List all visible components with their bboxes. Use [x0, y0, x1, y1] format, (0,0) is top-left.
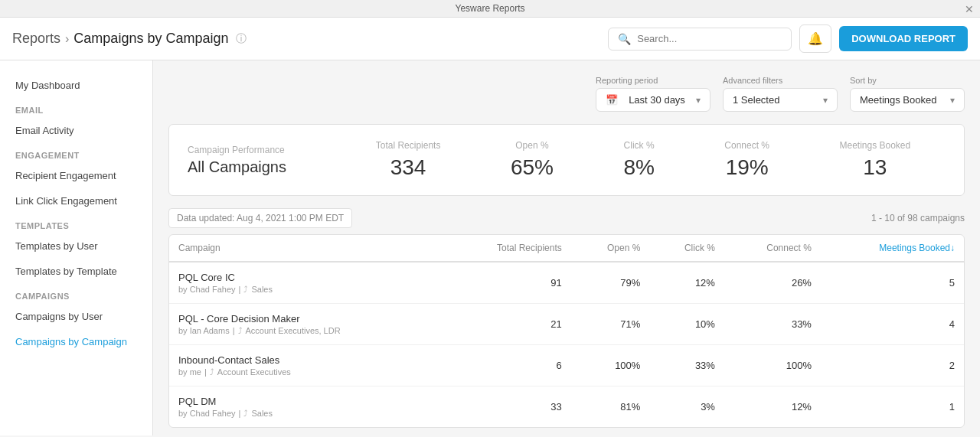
campaigns-table: Campaign Total Recipients Open % Click %… — [168, 234, 965, 428]
reporting-period-select[interactable]: 📅 Last 30 days ▾ — [596, 88, 710, 112]
campaign-team: Account Executives — [217, 367, 291, 377]
info-icon: ⓘ — [236, 32, 247, 46]
campaign-title[interactable]: PQL Core IC — [178, 272, 435, 283]
meetings-booked-cell: 2 — [821, 345, 964, 386]
campaign-title[interactable]: PQL DM — [178, 396, 435, 407]
campaign-author: by Chad Fahey — [178, 409, 236, 418]
summary-card: Campaign Performance All Campaigns Total… — [168, 124, 965, 196]
share-icon: ⤴ — [238, 326, 243, 335]
window-title: Yesware Reports — [456, 3, 525, 14]
pipe-separator: | — [204, 367, 207, 377]
bell-button[interactable]: 🔔 — [799, 24, 831, 53]
total-recipients-cell: 6 — [444, 345, 571, 386]
campaign-team: Sales — [251, 409, 273, 418]
share-icon: ⤴ — [243, 409, 248, 418]
click-pct-cell: 33% — [649, 345, 724, 386]
breadcrumb-separator: › — [65, 32, 69, 46]
advanced-filters-filter: Advanced filters 1 Selected ▾ — [723, 76, 838, 112]
connect-pct-cell: 33% — [724, 304, 821, 345]
sidebar-item-templates-by-user[interactable]: Templates by User — [0, 233, 152, 259]
chevron-down-icon-2: ▾ — [823, 95, 828, 106]
perf-label: Campaign Performance — [188, 145, 341, 155]
sidebar-section-engagement: ENGAGEMENT — [0, 143, 152, 163]
campaign-title[interactable]: Inbound-Contact Sales — [178, 354, 435, 366]
total-recipients-cell: 91 — [444, 262, 571, 304]
total-recipients-cell: 33 — [444, 386, 571, 428]
open-pct-cell: 79% — [571, 262, 650, 304]
sidebar-item-recipient-engagement[interactable]: Recipient Engagement — [0, 163, 152, 188]
table: Campaign Total Recipients Open % Click %… — [169, 235, 964, 427]
click-pct-cell: 10% — [649, 304, 724, 345]
table-row: Inbound-Contact Sales by me | ⤴ Account … — [169, 345, 964, 386]
sidebar-section-templates: TEMPLATES — [0, 214, 152, 233]
reporting-period-filter: Reporting period 📅 Last 30 days ▾ — [596, 76, 710, 112]
sidebar-section-campaigns: CAMPAIGNS — [0, 284, 152, 304]
col-campaign[interactable]: Campaign — [169, 235, 444, 262]
campaign-cell: PQL Core IC by Chad Fahey | ⤴ Sales — [169, 262, 444, 304]
sidebar-item-templates-by-template[interactable]: Templates by Template — [0, 259, 152, 284]
campaign-author: by Chad Fahey — [178, 285, 236, 294]
sidebar-item-campaigns-by-campaign[interactable]: Campaigns by Campaign — [0, 329, 152, 354]
close-icon[interactable]: ✕ — [965, 3, 974, 15]
summary-stats: Total Recipients 334 Open % 65% Click % … — [341, 140, 946, 180]
calendar-icon: 📅 — [606, 94, 618, 106]
sort-by-label: Sort by — [850, 76, 965, 85]
sort-by-select[interactable]: Meetings Booked ▾ — [850, 88, 965, 112]
col-total-recipients[interactable]: Total Recipients — [444, 235, 571, 262]
download-report-button[interactable]: DOWNLOAD REPORT — [839, 26, 968, 51]
click-pct-cell: 12% — [649, 262, 724, 304]
top-bar-actions: 🔍 🔔 DOWNLOAD REPORT — [608, 24, 968, 53]
col-meetings-booked[interactable]: Meetings Booked↓ — [821, 235, 964, 262]
advanced-filters-label: Advanced filters — [723, 76, 838, 85]
col-open-pct[interactable]: Open % — [571, 235, 650, 262]
campaign-cell: Inbound-Contact Sales by me | ⤴ Account … — [169, 345, 444, 386]
chevron-down-icon-3: ▾ — [950, 95, 955, 106]
campaign-team: Sales — [251, 285, 273, 294]
connect-pct-cell: 12% — [724, 386, 821, 428]
campaign-meta: by Chad Fahey | ⤴ Sales — [178, 409, 435, 418]
share-icon: ⤴ — [243, 285, 248, 294]
campaign-meta: by Chad Fahey | ⤴ Sales — [178, 285, 435, 294]
sort-by-value: Meetings Booked — [860, 94, 936, 106]
main-layout: My Dashboard EMAIL Email Activity ENGAGE… — [0, 60, 980, 435]
advanced-filters-select[interactable]: 1 Selected ▾ — [723, 88, 838, 112]
advanced-filters-value: 1 Selected — [733, 94, 779, 106]
sidebar-item-email-activity[interactable]: Email Activity — [0, 118, 152, 143]
campaign-title[interactable]: PQL - Core Decision Maker — [178, 313, 435, 324]
breadcrumb-root[interactable]: Reports — [12, 31, 60, 47]
main-content: Reporting period 📅 Last 30 days ▾ Advanc… — [153, 60, 980, 435]
sidebar-item-link-click-engagement[interactable]: Link Click Engagement — [0, 188, 152, 214]
search-box[interactable]: 🔍 — [608, 28, 792, 51]
search-input[interactable] — [637, 33, 782, 44]
campaign-author: by Ian Adams — [178, 326, 230, 335]
open-pct-cell: 71% — [571, 304, 650, 345]
col-click-pct[interactable]: Click % — [649, 235, 724, 262]
share-icon: ⤴ — [210, 367, 214, 377]
meetings-booked-cell: 4 — [821, 304, 964, 345]
campaign-cell: PQL - Core Decision Maker by Ian Adams |… — [169, 304, 444, 345]
sidebar: My Dashboard EMAIL Email Activity ENGAGE… — [0, 60, 153, 435]
table-header-row: Campaign Total Recipients Open % Click %… — [169, 235, 964, 262]
col-connect-pct[interactable]: Connect % — [724, 235, 821, 262]
meetings-booked-cell: 1 — [821, 386, 964, 428]
campaign-meta: by me | ⤴ Account Executives — [178, 367, 435, 377]
table-row: PQL - Core Decision Maker by Ian Adams |… — [169, 304, 964, 345]
sidebar-section-email: EMAIL — [0, 98, 152, 118]
stat-connect-pct: Connect % 19% — [724, 140, 769, 180]
chevron-down-icon: ▾ — [696, 95, 701, 106]
stat-meetings-booked: Meetings Booked 13 — [839, 140, 910, 180]
sidebar-item-campaigns-by-user[interactable]: Campaigns by User — [0, 304, 152, 329]
search-icon: 🔍 — [618, 33, 631, 45]
sidebar-item-dashboard[interactable]: My Dashboard — [0, 73, 152, 98]
pagination-info: 1 - 10 of 98 campaigns — [871, 213, 965, 223]
open-pct-cell: 100% — [571, 345, 650, 386]
table-row: PQL Core IC by Chad Fahey | ⤴ Sales 91 7… — [169, 262, 964, 304]
open-pct-cell: 81% — [571, 386, 650, 428]
breadcrumb-current: Campaigns by Campaign — [74, 31, 228, 47]
data-updated-row: Data updated: Aug 4, 2021 1:00 PM EDT 1 … — [168, 208, 965, 228]
campaign-meta: by Ian Adams | ⤴ Account Executives, LDR — [178, 326, 435, 335]
stat-click-pct: Click % 8% — [623, 140, 654, 180]
total-recipients-cell: 21 — [444, 304, 571, 345]
connect-pct-cell: 26% — [724, 262, 821, 304]
click-pct-cell: 3% — [649, 386, 724, 428]
